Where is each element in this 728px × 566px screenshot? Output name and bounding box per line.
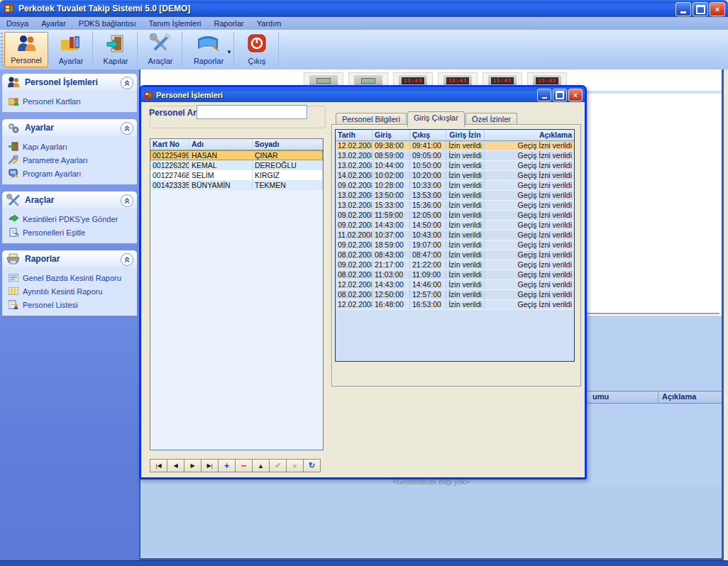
- table-row[interactable]: 13.02.200813:50:0013:53:00İzin verildiGe…: [336, 191, 574, 201]
- table-row[interactable]: 09.02.200818:59:0019:07:00İzin verildiGe…: [336, 240, 574, 250]
- nav-first-button[interactable]: |◀: [150, 459, 167, 472]
- table-cell: 0014233353: [150, 180, 189, 190]
- nav-next-button[interactable]: ▶: [184, 459, 202, 472]
- minimize-button[interactable]: [675, 2, 691, 16]
- table-row[interactable]: 14.02.200810:02:0010:20:00İzin verildiGe…: [336, 171, 574, 181]
- toolbar-ayarlar-button[interactable]: Ayarlar: [50, 32, 93, 67]
- panel-header[interactable]: Raporlar: [2, 250, 137, 267]
- table-cell: 19:07:00: [410, 240, 446, 250]
- menu-ayarlar[interactable]: Ayarlar: [35, 19, 72, 28]
- sidebar-item-label: Personelleri Eşitle: [23, 228, 85, 237]
- search-input[interactable]: [197, 105, 307, 119]
- column-header[interactable]: Çıkış: [410, 130, 446, 140]
- column-header[interactable]: Açıklama: [485, 130, 574, 140]
- people-icon: [16, 33, 37, 54]
- dropdown-caret-icon[interactable]: ▼: [226, 49, 232, 55]
- table-row[interactable]: 09.02.200821:17:0021:22:00İzin verildiGe…: [336, 260, 574, 270]
- table-row[interactable]: 0012254993HASANÇINAR: [150, 150, 323, 160]
- table-row[interactable]: 13.02.200810:44:0010:50:00İzin verildiGe…: [336, 161, 574, 171]
- table-cell: Geçiş İzni verildi: [485, 250, 574, 260]
- table-cell: 16:53:00: [410, 300, 446, 309]
- table-cell: KEMAL: [189, 160, 253, 170]
- toolbar-araclar-button[interactable]: Araçlar: [139, 32, 182, 67]
- close-button[interactable]: ×: [710, 2, 725, 16]
- chevron-up-icon[interactable]: [121, 194, 133, 207]
- panel-header[interactable]: Araçlar: [2, 192, 137, 209]
- panel-header[interactable]: Ayarlar: [2, 119, 137, 136]
- column-header[interactable]: Giriş İzin: [446, 130, 485, 140]
- nav-edit-button[interactable]: ▲: [252, 459, 270, 472]
- nav-refresh-button[interactable]: ↻: [303, 459, 321, 472]
- table-row[interactable]: 09.02.200814:43:0014:50:00İzin verildiGe…: [336, 221, 574, 231]
- nav-last-button[interactable]: ▶|: [201, 459, 219, 472]
- table-cell: 12:50:00: [373, 290, 410, 299]
- child-titlebar[interactable]: Personel İşlemleri ×: [141, 87, 585, 102]
- nav-delete-button[interactable]: −: [235, 459, 253, 472]
- column-header[interactable]: Giriş: [373, 130, 410, 140]
- nav-post-button[interactable]: ✔: [269, 459, 287, 472]
- menu-pdks-baglantisi[interactable]: PDKS bağlantısı: [72, 19, 143, 28]
- toolbar-cikis-button[interactable]: Çıkış: [236, 32, 279, 67]
- nav-insert-button[interactable]: +: [218, 459, 236, 472]
- sidebar-item-label: Kesintileri PDKS'ye Gönder: [23, 215, 118, 223]
- chevron-up-icon[interactable]: [121, 122, 133, 135]
- table-row[interactable]: 12.02.200814:43:0014:46:00İzin verildiGe…: [336, 280, 574, 290]
- menu-tanim-islemleri[interactable]: Tanım İşlemleri: [143, 19, 208, 28]
- sidebar-item-personelleri-esitle[interactable]: Personelleri Eşitle: [2, 226, 137, 239]
- table-row[interactable]: 11.02.200810:37:0010:43:00İzin verildiGe…: [336, 231, 574, 240]
- nav-prior-button[interactable]: ◀: [167, 459, 184, 472]
- main-titlebar[interactable]: Perkotek Tuvalet Takip Sistemi 5.0 [DEMO…: [0, 0, 728, 17]
- column-header[interactable]: Soyadı: [253, 139, 323, 150]
- table-cell: 09:05:00: [410, 151, 446, 160]
- table-row[interactable]: 12.02.200809:38:0009:41:00İzin verildiGe…: [336, 141, 574, 151]
- table-row[interactable]: 0014233353BÜNYAMİNTEKMEN: [150, 180, 323, 190]
- maximize-button[interactable]: [693, 2, 708, 16]
- close-button[interactable]: ×: [568, 89, 583, 101]
- sidebar-item-personel-listesi[interactable]: Personel Listesi: [2, 298, 137, 311]
- table-cell: 12.02.2008: [336, 280, 373, 289]
- panel-header[interactable]: Personel İşlemleri: [2, 74, 137, 91]
- toolbar-raporlar-button[interactable]: ▼ Raporlar: [184, 32, 234, 67]
- sidebar-item-kapi-ayarlari[interactable]: Kapı Ayarları: [2, 140, 137, 153]
- sidebar-item-personel-kartlari[interactable]: Personel Kartları: [2, 94, 137, 108]
- sync-doc-icon: [8, 228, 19, 238]
- table-cell: 10:50:00: [410, 161, 446, 170]
- sidebar-item-parametre-ayarlari[interactable]: Parametre Ayarları: [2, 153, 137, 167]
- sidebar-item-label: Personel Listesi: [23, 301, 78, 309]
- table-row[interactable]: 0012263200KEMALDEREOĞLU: [150, 160, 323, 170]
- sidebar-item-program-ayarlari[interactable]: Program Ayarları: [2, 167, 137, 180]
- tab-giris-cikislar[interactable]: Giriş Çıkışlar: [407, 111, 465, 127]
- chevron-up-icon[interactable]: [121, 253, 133, 266]
- table-row[interactable]: 13.02.200815:33:0015:36:00İzin verildiGe…: [336, 201, 574, 211]
- column-header[interactable]: Tarih: [336, 130, 373, 140]
- menu-raporlar[interactable]: Raporlar: [208, 19, 250, 28]
- sidebar-item-ayrintili-kesinti-raporu[interactable]: Ayrıntılı Kesinti Raporu: [2, 284, 137, 298]
- column-header[interactable]: Adı: [189, 139, 253, 150]
- nav-cancel-button[interactable]: ×: [286, 459, 304, 472]
- minimize-button[interactable]: [537, 89, 551, 101]
- table-row[interactable]: 13.02.200808:59:0009:05:00İzin verildiGe…: [336, 151, 574, 161]
- menu-yardim[interactable]: Yardım: [250, 19, 288, 28]
- column-header[interactable]: Kart No: [150, 139, 189, 150]
- table-row[interactable]: 08.02.200812:50:0012:57:00İzin verildiGe…: [336, 290, 574, 300]
- toolbar-personel-button[interactable]: Personel: [4, 32, 48, 67]
- table-cell: SELİM: [189, 170, 253, 180]
- toolbar-kapilar-button[interactable]: Kapılar: [94, 32, 138, 67]
- chevron-up-icon[interactable]: [121, 77, 133, 89]
- toolbar-grip[interactable]: [1, 33, 3, 67]
- menu-dosya[interactable]: Dosya: [0, 19, 35, 28]
- sidebar-item-genel-bazda-kesinti-raporu[interactable]: Genel Bazda Kesinti Raporu: [2, 271, 137, 284]
- table-row[interactable]: 09.02.200811:59:0012:05:00İzin verildiGe…: [336, 211, 574, 221]
- maximize-button[interactable]: [553, 89, 567, 101]
- table-row[interactable]: 08.02.200811:03:0011:09:00İzin verildiGe…: [336, 270, 574, 280]
- table-row[interactable]: 09.02.200810:28:0010:33:00İzin verildiGe…: [336, 181, 574, 191]
- table-row[interactable]: 12.02.200816:48:0016:53:00İzin verildiGe…: [336, 300, 574, 310]
- child-client-area: Personel Ara Kart NoAdıSoyadı0012254993H…: [141, 102, 585, 477]
- device-clock-display: 15:43: [491, 77, 514, 84]
- window-bottom-border: [0, 560, 728, 566]
- app-logo-icon: [143, 90, 153, 100]
- table-row[interactable]: 08.02.200808:43:0008:47:00İzin verildiGe…: [336, 250, 574, 260]
- table-cell: HASAN: [189, 150, 253, 160]
- table-row[interactable]: 0012274683SELİMKIRGIZ: [150, 170, 323, 180]
- sidebar-item-kesintileri-pdksye-gonder[interactable]: Kesintileri PDKS'ye Gönder: [2, 212, 137, 226]
